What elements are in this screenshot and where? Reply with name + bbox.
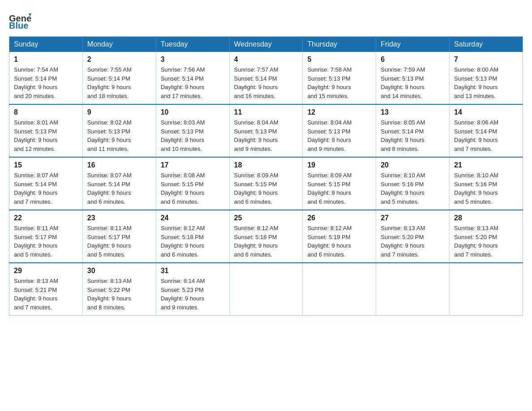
day-number: 1: [14, 56, 78, 64]
day-info: Sunrise: 8:02 AMSunset: 5:13 PMDaylight:…: [87, 118, 151, 153]
calendar-header: SundayMondayTuesdayWednesdayThursdayFrid…: [9, 37, 523, 52]
day-info: Sunrise: 8:06 AMSunset: 5:14 PMDaylight:…: [454, 118, 518, 153]
day-number: 19: [307, 161, 371, 169]
weekday-header-friday: Friday: [376, 37, 450, 52]
calendar-cell: 21Sunrise: 8:10 AMSunset: 5:16 PMDayligh…: [450, 157, 523, 210]
day-number: 16: [87, 161, 151, 169]
day-number: 29: [14, 267, 78, 275]
calendar-cell: 31Sunrise: 8:14 AMSunset: 5:23 PMDayligh…: [156, 263, 229, 316]
calendar-cell: 18Sunrise: 8:09 AMSunset: 5:15 PMDayligh…: [229, 157, 303, 210]
calendar-cell: 6Sunrise: 7:59 AMSunset: 5:13 PMDaylight…: [376, 52, 450, 104]
logo: General Blue: [9, 9, 31, 29]
day-info: Sunrise: 8:13 AMSunset: 5:20 PMDaylight:…: [454, 224, 518, 259]
calendar-cell: 12Sunrise: 8:04 AMSunset: 5:13 PMDayligh…: [303, 104, 376, 157]
day-number: 12: [307, 108, 371, 116]
calendar-cell: 22Sunrise: 8:11 AMSunset: 5:17 PMDayligh…: [9, 210, 83, 263]
calendar-cell: 28Sunrise: 8:13 AMSunset: 5:20 PMDayligh…: [450, 210, 523, 263]
calendar-week-row: 8Sunrise: 8:01 AMSunset: 5:13 PMDaylight…: [9, 104, 523, 157]
svg-text:Blue: Blue: [9, 21, 28, 29]
calendar-cell: [376, 263, 450, 316]
day-number: 4: [234, 56, 298, 64]
day-number: 17: [161, 161, 225, 169]
day-info: Sunrise: 8:10 AMSunset: 5:16 PMDaylight:…: [454, 171, 518, 206]
day-info: Sunrise: 8:04 AMSunset: 5:13 PMDaylight:…: [307, 118, 371, 153]
calendar-week-row: 15Sunrise: 8:07 AMSunset: 5:14 PMDayligh…: [9, 157, 523, 210]
calendar-cell: 29Sunrise: 8:13 AMSunset: 5:21 PMDayligh…: [9, 263, 83, 316]
calendar-cell: 15Sunrise: 8:07 AMSunset: 5:14 PMDayligh…: [9, 157, 83, 210]
day-number: 11: [234, 108, 298, 116]
weekday-header-saturday: Saturday: [450, 37, 523, 52]
day-info: Sunrise: 8:13 AMSunset: 5:22 PMDaylight:…: [87, 277, 151, 312]
day-number: 22: [14, 214, 78, 222]
logo-icon: General Blue: [9, 9, 31, 29]
day-info: Sunrise: 7:57 AMSunset: 5:14 PMDaylight:…: [234, 65, 298, 100]
calendar-body: 1Sunrise: 7:54 AMSunset: 5:14 PMDaylight…: [9, 52, 523, 316]
day-number: 14: [454, 108, 518, 116]
day-info: Sunrise: 7:59 AMSunset: 5:13 PMDaylight:…: [381, 65, 445, 100]
calendar-cell: [450, 263, 523, 316]
day-info: Sunrise: 8:10 AMSunset: 5:16 PMDaylight:…: [381, 171, 445, 206]
calendar-cell: 14Sunrise: 8:06 AMSunset: 5:14 PMDayligh…: [450, 104, 523, 157]
weekday-header-row: SundayMondayTuesdayWednesdayThursdayFrid…: [9, 37, 523, 52]
day-info: Sunrise: 8:12 AMSunset: 5:19 PMDaylight:…: [307, 224, 371, 259]
calendar-week-row: 1Sunrise: 7:54 AMSunset: 5:14 PMDaylight…: [9, 52, 523, 104]
weekday-header-tuesday: Tuesday: [156, 37, 229, 52]
day-info: Sunrise: 8:03 AMSunset: 5:13 PMDaylight:…: [161, 118, 225, 153]
day-number: 15: [14, 161, 78, 169]
day-info: Sunrise: 8:11 AMSunset: 5:17 PMDaylight:…: [87, 224, 151, 259]
day-info: Sunrise: 8:07 AMSunset: 5:14 PMDaylight:…: [14, 171, 78, 206]
calendar-cell: [303, 263, 376, 316]
calendar-cell: 7Sunrise: 8:00 AMSunset: 5:13 PMDaylight…: [450, 52, 523, 104]
calendar-cell: 26Sunrise: 8:12 AMSunset: 5:19 PMDayligh…: [303, 210, 376, 263]
calendar-cell: 4Sunrise: 7:57 AMSunset: 5:14 PMDaylight…: [229, 52, 303, 104]
day-number: 6: [381, 56, 445, 64]
day-info: Sunrise: 8:13 AMSunset: 5:20 PMDaylight:…: [381, 224, 445, 259]
day-info: Sunrise: 8:01 AMSunset: 5:13 PMDaylight:…: [14, 118, 78, 153]
day-number: 7: [454, 56, 518, 64]
calendar-cell: 25Sunrise: 8:12 AMSunset: 5:18 PMDayligh…: [229, 210, 303, 263]
day-number: 30: [87, 267, 151, 275]
calendar-cell: 19Sunrise: 8:09 AMSunset: 5:15 PMDayligh…: [303, 157, 376, 210]
day-info: Sunrise: 8:12 AMSunset: 5:18 PMDaylight:…: [161, 224, 225, 259]
calendar-cell: 27Sunrise: 8:13 AMSunset: 5:20 PMDayligh…: [376, 210, 450, 263]
day-number: 9: [87, 108, 151, 116]
calendar-week-row: 22Sunrise: 8:11 AMSunset: 5:17 PMDayligh…: [9, 210, 523, 263]
day-number: 13: [381, 108, 445, 116]
calendar-cell: 30Sunrise: 8:13 AMSunset: 5:22 PMDayligh…: [82, 263, 156, 316]
calendar-cell: [229, 263, 303, 316]
day-number: 21: [454, 161, 518, 169]
day-number: 26: [307, 214, 371, 222]
day-number: 2: [87, 56, 151, 64]
day-info: Sunrise: 8:13 AMSunset: 5:21 PMDaylight:…: [14, 277, 78, 312]
day-info: Sunrise: 8:09 AMSunset: 5:15 PMDaylight:…: [307, 171, 371, 206]
day-number: 27: [381, 214, 445, 222]
calendar-cell: 3Sunrise: 7:56 AMSunset: 5:14 PMDaylight…: [156, 52, 229, 104]
day-info: Sunrise: 8:14 AMSunset: 5:23 PMDaylight:…: [161, 277, 225, 312]
day-info: Sunrise: 8:05 AMSunset: 5:14 PMDaylight:…: [381, 118, 445, 153]
calendar-cell: 17Sunrise: 8:08 AMSunset: 5:15 PMDayligh…: [156, 157, 229, 210]
day-info: Sunrise: 8:07 AMSunset: 5:14 PMDaylight:…: [87, 171, 151, 206]
calendar-cell: 1Sunrise: 7:54 AMSunset: 5:14 PMDaylight…: [9, 52, 83, 104]
page-header: General Blue: [9, 9, 523, 29]
day-number: 25: [234, 214, 298, 222]
day-number: 23: [87, 214, 151, 222]
day-number: 10: [161, 108, 225, 116]
calendar-table: SundayMondayTuesdayWednesdayThursdayFrid…: [9, 36, 523, 316]
day-info: Sunrise: 8:11 AMSunset: 5:17 PMDaylight:…: [14, 224, 78, 259]
weekday-header-monday: Monday: [82, 37, 156, 52]
day-info: Sunrise: 8:12 AMSunset: 5:18 PMDaylight:…: [234, 224, 298, 259]
weekday-header-sunday: Sunday: [9, 37, 83, 52]
day-number: 8: [14, 108, 78, 116]
day-number: 20: [381, 161, 445, 169]
calendar-cell: 23Sunrise: 8:11 AMSunset: 5:17 PMDayligh…: [82, 210, 156, 263]
day-info: Sunrise: 8:00 AMSunset: 5:13 PMDaylight:…: [454, 65, 518, 100]
weekday-header-wednesday: Wednesday: [229, 37, 303, 52]
day-info: Sunrise: 7:56 AMSunset: 5:14 PMDaylight:…: [161, 65, 225, 100]
day-number: 31: [161, 267, 225, 275]
calendar-cell: 9Sunrise: 8:02 AMSunset: 5:13 PMDaylight…: [82, 104, 156, 157]
day-info: Sunrise: 7:58 AMSunset: 5:13 PMDaylight:…: [307, 65, 371, 100]
day-info: Sunrise: 7:55 AMSunset: 5:14 PMDaylight:…: [87, 65, 151, 100]
calendar-cell: 11Sunrise: 8:04 AMSunset: 5:13 PMDayligh…: [229, 104, 303, 157]
day-info: Sunrise: 8:04 AMSunset: 5:13 PMDaylight:…: [234, 118, 298, 153]
calendar-cell: 16Sunrise: 8:07 AMSunset: 5:14 PMDayligh…: [82, 157, 156, 210]
